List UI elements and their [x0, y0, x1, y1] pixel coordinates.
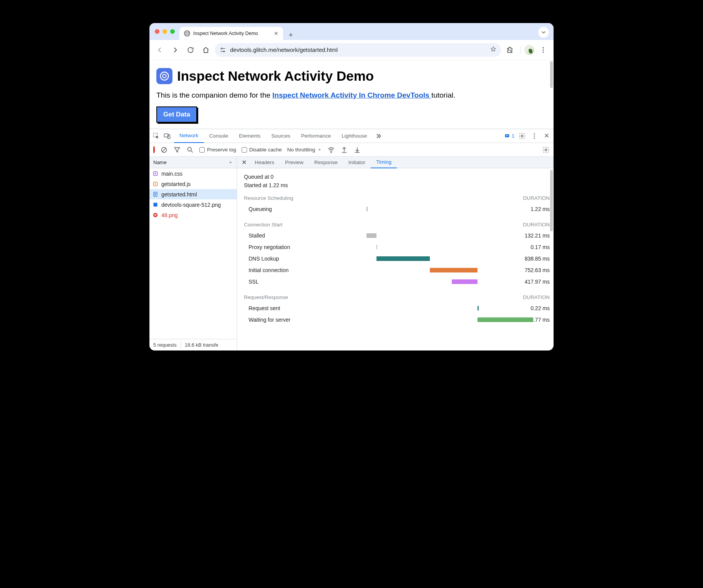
devtools-close-icon[interactable]: ✕ [543, 132, 550, 140]
intro-text: This is the companion demo for the Inspe… [156, 91, 547, 100]
disable-cache-checkbox[interactable]: Disable cache [242, 147, 282, 153]
request-list-panel: Name main.cssgetstarted.jsgetstarted.htm… [149, 157, 237, 350]
request-row[interactable]: main.css [149, 168, 237, 179]
timing-section: Request/ResponseDURATIONRequest sent0.22… [244, 294, 550, 326]
detail-tab-headers[interactable]: Headers [249, 157, 280, 168]
detail-tab-initiator[interactable]: Initiator [343, 157, 371, 168]
timing-bar [366, 233, 376, 238]
chrome-menu-icon[interactable] [537, 43, 550, 56]
home-button[interactable] [199, 43, 212, 56]
minimize-window-icon[interactable] [162, 29, 167, 34]
name-column-header[interactable]: Name [149, 157, 237, 168]
record-button[interactable] [153, 147, 155, 153]
bookmark-icon[interactable] [490, 46, 496, 53]
search-icon[interactable] [186, 146, 194, 154]
throttling-label: No throttling [287, 147, 315, 153]
close-tab-icon[interactable]: ✕ [273, 30, 279, 37]
timing-duration: 1.22 ms [511, 206, 550, 212]
new-tab-button[interactable]: ＋ [285, 29, 296, 40]
browser-tab[interactable]: Inspect Network Activity Demo ✕ [179, 27, 283, 40]
forward-button[interactable] [169, 43, 182, 56]
timing-row: Initial connection752.63 ms [244, 264, 550, 276]
issues-count: 1 [512, 133, 514, 139]
timing-bar-area [313, 279, 511, 285]
tutorial-link[interactable]: Inspect Network Activity In Chrome DevTo… [272, 91, 431, 99]
inspect-element-icon[interactable] [153, 132, 160, 140]
back-button[interactable] [153, 43, 166, 56]
devtools-menu-icon[interactable] [531, 132, 538, 140]
page-title: Inspect Network Activity Demo [177, 68, 374, 84]
timing-duration: 417.97 ms [511, 279, 550, 285]
devtools-tabstrip: NetworkConsoleElementsSourcesPerformance… [149, 129, 554, 143]
request-name: getstarted.js [161, 181, 191, 187]
detail-tab-preview[interactable]: Preview [280, 157, 309, 168]
request-row[interactable]: 48.png [149, 210, 237, 220]
request-row[interactable]: getstarted.html [149, 189, 237, 199]
preserve-log-label: Preserve log [207, 147, 236, 153]
window-controls [155, 23, 179, 40]
name-label: Name [153, 159, 167, 165]
issues-badge[interactable]: 1 [502, 133, 517, 139]
preserve-log-checkbox[interactable]: Preserve log [199, 147, 236, 153]
devtools-tab-lighthouse[interactable]: Lighthouse [336, 129, 372, 143]
network-settings-icon[interactable] [542, 146, 550, 154]
request-row[interactable]: devtools-square-512.png [149, 199, 237, 210]
tab-strip: Inspect Network Activity Demo ✕ ＋ [149, 23, 554, 40]
devtools-panel: NetworkConsoleElementsSourcesPerformance… [149, 129, 554, 350]
detail-tab-timing[interactable]: Timing [371, 157, 397, 168]
devtools-tab-network[interactable]: Network [174, 129, 204, 143]
network-conditions-icon[interactable] [327, 146, 335, 154]
timing-scrollbar[interactable] [550, 170, 553, 231]
profile-avatar[interactable] [524, 45, 534, 55]
request-row[interactable]: getstarted.js [149, 179, 237, 189]
address-bar[interactable]: devtools.glitch.me/network/getstarted.ht… [215, 43, 501, 57]
sort-icon [228, 160, 233, 165]
request-name: devtools-square-512.png [161, 202, 221, 208]
timing-label: Waiting for server [244, 317, 313, 323]
file-type-icon [153, 202, 158, 208]
throttling-select[interactable]: No throttling [287, 147, 322, 153]
devtools-tab-elements[interactable]: Elements [234, 129, 266, 143]
started-at: Started at 1.22 ms [244, 182, 550, 188]
queued-at: Queued at 0 [244, 174, 550, 180]
section-title: Request/Response [244, 294, 288, 300]
tab-title: Inspect Network Activity Demo [193, 31, 270, 36]
svg-rect-10 [168, 135, 170, 138]
devtools-tab-performance[interactable]: Performance [296, 129, 336, 143]
close-detail-icon[interactable]: ✕ [239, 159, 249, 166]
clear-button[interactable] [160, 146, 168, 154]
page-content: Inspect Network Activity Demo This is th… [149, 60, 554, 129]
maximize-window-icon[interactable] [170, 29, 175, 34]
extensions-icon[interactable] [503, 43, 516, 56]
svg-point-4 [543, 49, 544, 50]
devtools-body: Name main.cssgetstarted.jsgetstarted.htm… [149, 157, 554, 350]
site-settings-icon[interactable] [219, 47, 226, 53]
browser-window: Inspect Network Activity Demo ✕ ＋ devtoo… [149, 23, 554, 350]
browser-toolbar: devtools.glitch.me/network/getstarted.ht… [149, 40, 554, 60]
reload-button[interactable] [184, 43, 197, 56]
detail-tab-response[interactable]: Response [309, 157, 343, 168]
timing-panel: Queued at 0 Started at 1.22 ms Resource … [237, 168, 554, 350]
export-har-icon[interactable] [353, 146, 361, 154]
file-type-icon [153, 191, 158, 197]
request-name: getstarted.html [161, 191, 197, 198]
timing-section: Resource SchedulingDURATIONQueueing1.22 … [244, 195, 550, 215]
request-detail-panel: ✕ HeadersPreviewResponseInitiatorTiming … [237, 157, 554, 350]
devtools-settings-icon[interactable] [518, 132, 526, 140]
file-type-icon [153, 181, 158, 187]
devtools-tab-sources[interactable]: Sources [266, 129, 296, 143]
timing-section: Connection StartDURATIONStalled132.21 ms… [244, 222, 550, 287]
tab-search-button[interactable] [538, 27, 549, 38]
timing-bar [478, 306, 479, 311]
svg-point-1 [221, 48, 222, 49]
get-data-button[interactable]: Get Data [156, 106, 197, 123]
devtools-tab-console[interactable]: Console [204, 129, 234, 143]
device-toolbar-icon[interactable] [163, 132, 171, 140]
timing-row: DNS Lookup838.85 ms [244, 253, 550, 264]
close-window-icon[interactable] [155, 29, 159, 34]
more-tabs-icon[interactable] [375, 132, 382, 140]
import-har-icon[interactable] [340, 146, 348, 154]
filter-icon[interactable] [173, 146, 181, 154]
duration-header: DURATION [523, 222, 550, 228]
page-scrollbar[interactable] [550, 61, 553, 88]
